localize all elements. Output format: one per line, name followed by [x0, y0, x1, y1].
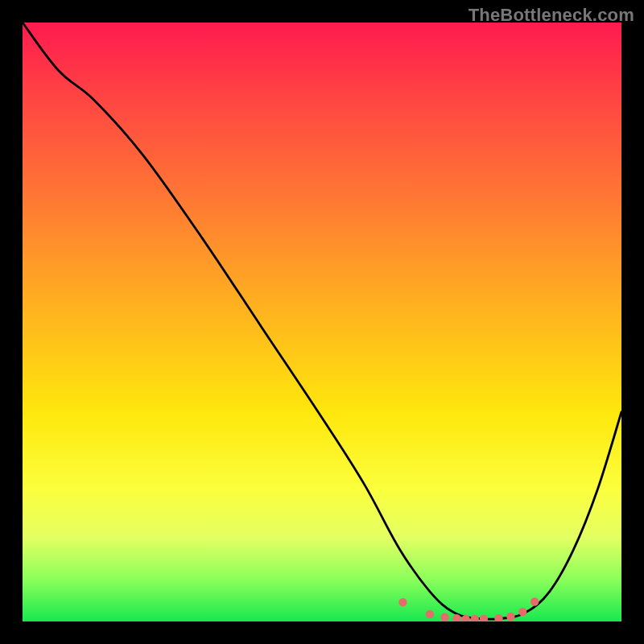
- chart-svg: [23, 23, 621, 621]
- highlight-dot: [494, 614, 502, 621]
- highlight-dot: [530, 597, 539, 605]
- plot-area: [23, 23, 621, 621]
- highlight-dots-group: [398, 597, 539, 621]
- chart-frame: TheBottleneck.com: [0, 0, 644, 644]
- highlight-dot: [471, 615, 479, 621]
- highlight-dot: [506, 613, 514, 621]
- highlight-dot: [440, 613, 448, 621]
- highlight-dot: [398, 598, 407, 606]
- highlight-dot: [426, 610, 434, 618]
- highlight-dot: [480, 615, 488, 621]
- bottleneck-curve: [23, 23, 621, 619]
- highlight-dot: [518, 608, 526, 616]
